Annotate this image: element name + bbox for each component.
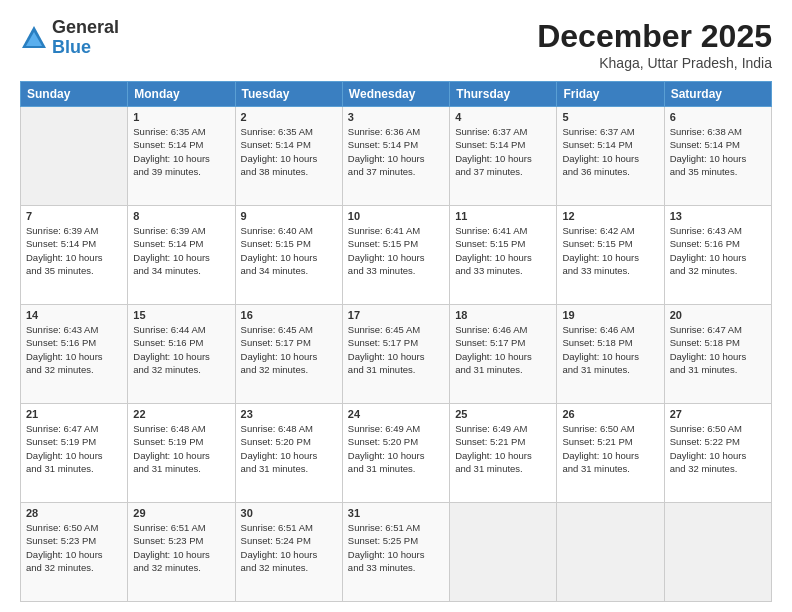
day-info: Sunrise: 6:41 AM Sunset: 5:15 PM Dayligh… [348, 224, 444, 277]
calendar-cell: 24Sunrise: 6:49 AM Sunset: 5:20 PM Dayli… [342, 404, 449, 503]
location: Khaga, Uttar Pradesh, India [537, 55, 772, 71]
calendar-cell: 9Sunrise: 6:40 AM Sunset: 5:15 PM Daylig… [235, 206, 342, 305]
day-info: Sunrise: 6:35 AM Sunset: 5:14 PM Dayligh… [241, 125, 337, 178]
calendar-cell: 14Sunrise: 6:43 AM Sunset: 5:16 PM Dayli… [21, 305, 128, 404]
day-info: Sunrise: 6:47 AM Sunset: 5:19 PM Dayligh… [26, 422, 122, 475]
calendar-cell [557, 503, 664, 602]
day-number: 8 [133, 210, 229, 222]
day-info: Sunrise: 6:37 AM Sunset: 5:14 PM Dayligh… [455, 125, 551, 178]
day-info: Sunrise: 6:43 AM Sunset: 5:16 PM Dayligh… [670, 224, 766, 277]
calendar-cell: 23Sunrise: 6:48 AM Sunset: 5:20 PM Dayli… [235, 404, 342, 503]
calendar-cell: 3Sunrise: 6:36 AM Sunset: 5:14 PM Daylig… [342, 107, 449, 206]
day-number: 25 [455, 408, 551, 420]
day-info: Sunrise: 6:47 AM Sunset: 5:18 PM Dayligh… [670, 323, 766, 376]
day-number: 26 [562, 408, 658, 420]
day-number: 1 [133, 111, 229, 123]
day-info: Sunrise: 6:45 AM Sunset: 5:17 PM Dayligh… [348, 323, 444, 376]
calendar-cell: 4Sunrise: 6:37 AM Sunset: 5:14 PM Daylig… [450, 107, 557, 206]
title-block: December 2025 Khaga, Uttar Pradesh, Indi… [537, 18, 772, 71]
logo-text: General Blue [52, 18, 119, 58]
header-cell-friday: Friday [557, 82, 664, 107]
calendar-cell: 8Sunrise: 6:39 AM Sunset: 5:14 PM Daylig… [128, 206, 235, 305]
day-number: 16 [241, 309, 337, 321]
calendar-cell: 26Sunrise: 6:50 AM Sunset: 5:21 PM Dayli… [557, 404, 664, 503]
header-cell-saturday: Saturday [664, 82, 771, 107]
header-cell-thursday: Thursday [450, 82, 557, 107]
calendar-cell: 11Sunrise: 6:41 AM Sunset: 5:15 PM Dayli… [450, 206, 557, 305]
day-info: Sunrise: 6:50 AM Sunset: 5:22 PM Dayligh… [670, 422, 766, 475]
calendar-cell: 10Sunrise: 6:41 AM Sunset: 5:15 PM Dayli… [342, 206, 449, 305]
logo-blue: Blue [52, 38, 119, 58]
day-number: 10 [348, 210, 444, 222]
day-number: 5 [562, 111, 658, 123]
day-info: Sunrise: 6:36 AM Sunset: 5:14 PM Dayligh… [348, 125, 444, 178]
calendar-cell: 5Sunrise: 6:37 AM Sunset: 5:14 PM Daylig… [557, 107, 664, 206]
day-info: Sunrise: 6:41 AM Sunset: 5:15 PM Dayligh… [455, 224, 551, 277]
calendar-cell: 27Sunrise: 6:50 AM Sunset: 5:22 PM Dayli… [664, 404, 771, 503]
day-number: 18 [455, 309, 551, 321]
calendar-cell: 2Sunrise: 6:35 AM Sunset: 5:14 PM Daylig… [235, 107, 342, 206]
day-info: Sunrise: 6:50 AM Sunset: 5:23 PM Dayligh… [26, 521, 122, 574]
day-number: 7 [26, 210, 122, 222]
calendar-cell: 25Sunrise: 6:49 AM Sunset: 5:21 PM Dayli… [450, 404, 557, 503]
day-info: Sunrise: 6:44 AM Sunset: 5:16 PM Dayligh… [133, 323, 229, 376]
calendar-cell: 18Sunrise: 6:46 AM Sunset: 5:17 PM Dayli… [450, 305, 557, 404]
day-number: 4 [455, 111, 551, 123]
day-info: Sunrise: 6:35 AM Sunset: 5:14 PM Dayligh… [133, 125, 229, 178]
calendar-cell: 15Sunrise: 6:44 AM Sunset: 5:16 PM Dayli… [128, 305, 235, 404]
day-number: 21 [26, 408, 122, 420]
day-info: Sunrise: 6:49 AM Sunset: 5:21 PM Dayligh… [455, 422, 551, 475]
day-info: Sunrise: 6:45 AM Sunset: 5:17 PM Dayligh… [241, 323, 337, 376]
day-number: 30 [241, 507, 337, 519]
day-number: 2 [241, 111, 337, 123]
header-cell-monday: Monday [128, 82, 235, 107]
calendar-cell: 13Sunrise: 6:43 AM Sunset: 5:16 PM Dayli… [664, 206, 771, 305]
header-cell-sunday: Sunday [21, 82, 128, 107]
day-info: Sunrise: 6:51 AM Sunset: 5:25 PM Dayligh… [348, 521, 444, 574]
header-row: SundayMondayTuesdayWednesdayThursdayFrid… [21, 82, 772, 107]
day-info: Sunrise: 6:43 AM Sunset: 5:16 PM Dayligh… [26, 323, 122, 376]
day-number: 19 [562, 309, 658, 321]
day-number: 9 [241, 210, 337, 222]
day-number: 27 [670, 408, 766, 420]
calendar-cell [664, 503, 771, 602]
week-row-3: 14Sunrise: 6:43 AM Sunset: 5:16 PM Dayli… [21, 305, 772, 404]
day-number: 28 [26, 507, 122, 519]
calendar-cell: 19Sunrise: 6:46 AM Sunset: 5:18 PM Dayli… [557, 305, 664, 404]
day-number: 17 [348, 309, 444, 321]
day-info: Sunrise: 6:50 AM Sunset: 5:21 PM Dayligh… [562, 422, 658, 475]
calendar-cell: 22Sunrise: 6:48 AM Sunset: 5:19 PM Dayli… [128, 404, 235, 503]
day-info: Sunrise: 6:37 AM Sunset: 5:14 PM Dayligh… [562, 125, 658, 178]
day-info: Sunrise: 6:42 AM Sunset: 5:15 PM Dayligh… [562, 224, 658, 277]
calendar-cell: 1Sunrise: 6:35 AM Sunset: 5:14 PM Daylig… [128, 107, 235, 206]
calendar-cell: 20Sunrise: 6:47 AM Sunset: 5:18 PM Dayli… [664, 305, 771, 404]
day-number: 29 [133, 507, 229, 519]
day-info: Sunrise: 6:39 AM Sunset: 5:14 PM Dayligh… [133, 224, 229, 277]
day-info: Sunrise: 6:38 AM Sunset: 5:14 PM Dayligh… [670, 125, 766, 178]
calendar-cell: 31Sunrise: 6:51 AM Sunset: 5:25 PM Dayli… [342, 503, 449, 602]
day-number: 22 [133, 408, 229, 420]
day-number: 11 [455, 210, 551, 222]
header-cell-wednesday: Wednesday [342, 82, 449, 107]
day-number: 14 [26, 309, 122, 321]
calendar-cell: 21Sunrise: 6:47 AM Sunset: 5:19 PM Dayli… [21, 404, 128, 503]
calendar-cell: 28Sunrise: 6:50 AM Sunset: 5:23 PM Dayli… [21, 503, 128, 602]
calendar-table: SundayMondayTuesdayWednesdayThursdayFrid… [20, 81, 772, 602]
day-info: Sunrise: 6:51 AM Sunset: 5:23 PM Dayligh… [133, 521, 229, 574]
calendar-cell: 6Sunrise: 6:38 AM Sunset: 5:14 PM Daylig… [664, 107, 771, 206]
day-info: Sunrise: 6:40 AM Sunset: 5:15 PM Dayligh… [241, 224, 337, 277]
week-row-5: 28Sunrise: 6:50 AM Sunset: 5:23 PM Dayli… [21, 503, 772, 602]
calendar-cell: 29Sunrise: 6:51 AM Sunset: 5:23 PM Dayli… [128, 503, 235, 602]
day-info: Sunrise: 6:51 AM Sunset: 5:24 PM Dayligh… [241, 521, 337, 574]
logo: General Blue [20, 18, 119, 58]
calendar-cell: 17Sunrise: 6:45 AM Sunset: 5:17 PM Dayli… [342, 305, 449, 404]
page: General Blue December 2025 Khaga, Uttar … [0, 0, 792, 612]
day-number: 3 [348, 111, 444, 123]
day-number: 6 [670, 111, 766, 123]
day-number: 24 [348, 408, 444, 420]
week-row-2: 7Sunrise: 6:39 AM Sunset: 5:14 PM Daylig… [21, 206, 772, 305]
day-info: Sunrise: 6:46 AM Sunset: 5:17 PM Dayligh… [455, 323, 551, 376]
day-info: Sunrise: 6:48 AM Sunset: 5:19 PM Dayligh… [133, 422, 229, 475]
day-number: 31 [348, 507, 444, 519]
calendar-cell: 7Sunrise: 6:39 AM Sunset: 5:14 PM Daylig… [21, 206, 128, 305]
